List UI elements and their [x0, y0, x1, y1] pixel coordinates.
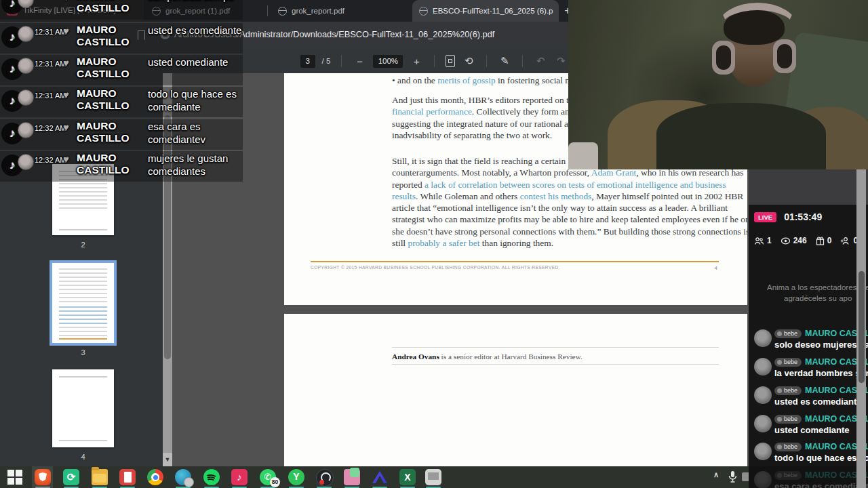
thumbnail-link-lines	[59, 306, 107, 325]
scroll-down-button[interactable]: ▼	[163, 453, 172, 466]
overlay-chat-row: ♪12:31 AM♥MAURO CASTILLOusted es comedia…	[0, 23, 243, 54]
stickers-app-icon[interactable]	[344, 469, 360, 485]
scrollbar-thumb[interactable]	[859, 271, 865, 383]
panel-scrollbar[interactable]	[856, 169, 866, 488]
text-line: article that “emotional intelligence isn…	[392, 202, 747, 214]
live-chat-row[interactable]: bebeMAURO CASTILLOla verdad hombres son …	[749, 357, 868, 382]
live-chat-row[interactable]: bebeMAURO CASTILLOusted comediante	[749, 414, 868, 439]
helper-line: agradéceles su apo	[749, 293, 868, 304]
rotate-icon[interactable]: ⟲	[462, 55, 475, 67]
fan-club-badge: bebe	[774, 329, 802, 338]
tab-label: EBSCO-FullText-11_06_2025 (6).p	[433, 7, 553, 15]
chat-timestamp: 12:31 AM	[35, 92, 66, 100]
hyperlink[interactable]: a lack of correlation between scores on …	[425, 180, 726, 190]
media-app-icon[interactable]	[175, 469, 191, 485]
avatar	[18, 89, 34, 106]
live-chat-row[interactable]: bebeMAURO CASTILLOusted es comediante	[749, 386, 868, 410]
text-line: strategist who can maximize profits may …	[392, 214, 747, 225]
live-chat-row[interactable]: bebeMAURO CASTILLOsolo deseo mujeres nad…	[749, 329, 868, 353]
text-line: suggesting the integrated nature of our …	[392, 118, 597, 129]
video-letterbox	[749, 169, 868, 205]
text-line: she doesn’t have strong personal connect…	[392, 226, 747, 237]
hyperlink[interactable]: merits of gossip	[437, 75, 496, 85]
thumbnail-text-lines	[59, 229, 107, 230]
hyperlink[interactable]: contest his methods	[520, 191, 592, 201]
avatar	[18, 122, 34, 138]
redo-icon[interactable]: ↷	[554, 55, 568, 67]
tab-grok-report[interactable]: grok_report.pdf	[271, 0, 407, 22]
live-stats-row: 1 246 0 0	[754, 236, 858, 245]
live-chat-row[interactable]: bebeMAURO CASTILLOtodo lo que hace es co…	[749, 442, 868, 466]
panel-bottom-fade	[749, 466, 868, 488]
chat-username: MAURO CASTILLO	[77, 87, 139, 112]
whatsapp-unread-badge: 80	[270, 477, 280, 487]
screen: grok_report (1).pdf grok_report.pdf EBSC…	[0, 0, 868, 488]
page-number-input[interactable]: 3	[300, 55, 315, 68]
zoom-level[interactable]: 100%	[373, 55, 403, 68]
stat-follows: 0	[840, 236, 858, 245]
divider	[392, 364, 719, 365]
file-explorer-icon[interactable]	[92, 469, 108, 485]
tray-expand-icon[interactable]: ∧	[713, 470, 719, 479]
text-run: article that “emotional intelligence isn…	[392, 203, 728, 213]
viewers-icon	[754, 237, 764, 245]
text-run: than ignoring them.	[479, 238, 553, 248]
thumbnail-page-4[interactable]	[52, 369, 114, 447]
text-line: financial performance. Collectively they…	[392, 106, 597, 117]
hyperlink[interactable]: financial performance	[392, 106, 472, 117]
tab-separator	[267, 5, 268, 16]
overlay-chat: ♪♥MAURO CASTILLOson perdida tiempo♪12:31…	[0, 0, 244, 203]
notes-app-icon[interactable]	[119, 469, 136, 485]
toolbar-divider	[434, 55, 435, 67]
vpn-app-icon[interactable]	[372, 469, 388, 485]
text-run: counterarguments. Most notably, a Wharto…	[392, 167, 591, 178]
text-line: results. While Goleman and others contes…	[392, 190, 747, 202]
address-url[interactable]: C:/Users/Administrator/Downloads/EBSCO-F…	[203, 29, 494, 39]
chat-helper-text: Anima a los espectadores a e agradéceles…	[749, 282, 868, 304]
chrome-icon[interactable]	[147, 469, 163, 485]
chat-message: usted es comediante	[148, 24, 243, 37]
thumbnail-page-3-selected[interactable]	[52, 263, 114, 343]
obs-studio-icon[interactable]	[316, 469, 334, 487]
draw-icon[interactable]: ✎	[498, 55, 511, 67]
tab-ebsco-pdf-active[interactable]: EBSCO-FullText-11_06_2025 (6).p ×	[412, 0, 559, 22]
start-button-icon[interactable]	[7, 469, 24, 487]
fan-club-badge: bebe	[774, 443, 802, 451]
chat-username: MAURO CASTILLO	[77, 24, 139, 48]
spotify-icon[interactable]	[203, 469, 220, 485]
hyperlink[interactable]: results	[392, 191, 416, 201]
fan-club-badge: bebe	[774, 358, 802, 367]
fit-to-page-icon[interactable]	[446, 55, 455, 67]
text-run: Still, it is sign that the field is reac…	[392, 156, 595, 166]
thumbnail-label: 3	[52, 348, 114, 357]
tikfinity-sync-icon[interactable]: ⟳	[63, 469, 79, 485]
text-run: strategist who can maximize profits may …	[392, 214, 747, 224]
chat-message: son perdida tiempo	[148, 0, 243, 3]
chat-username: MAURO CASTILLO	[77, 152, 139, 176]
brave-browser-icon[interactable]	[35, 469, 51, 485]
tiktok-icon[interactable]: ♪	[231, 469, 248, 485]
overlay-chat-row: ♪♥MAURO CASTILLOson perdida tiempo	[0, 0, 243, 20]
excel-icon[interactable]: X	[399, 469, 416, 485]
undo-icon[interactable]: ↶	[534, 55, 547, 67]
system-app-icon[interactable]	[425, 469, 441, 485]
chat-username: MAURO CASTILLO	[77, 0, 139, 14]
overlay-chat-row: ♪12:31 AM♥MAURO CASTILLOusted comediante	[0, 55, 243, 85]
fan-club-badge: bebe	[774, 386, 802, 395]
chat-message: usted comediante	[774, 425, 850, 435]
text-line: reported a lack of correlation between s…	[392, 179, 747, 190]
heart-badge-icon: ♥	[63, 153, 69, 165]
hyperlink[interactable]: probably a safer bet	[408, 238, 479, 248]
overlay-chat-row: ♪12:32 AM♥MAURO CASTILLOesa cara es come…	[0, 119, 243, 150]
zoom-in-button[interactable]: +	[410, 56, 423, 67]
thumbnail-label: 4	[52, 453, 114, 461]
toolbar-divider	[341, 55, 342, 67]
zoom-out-button[interactable]: −	[353, 56, 366, 67]
microphone-tray-icon[interactable]	[728, 470, 737, 486]
fan-club-badge: bebe	[774, 415, 802, 424]
avatar	[754, 386, 772, 404]
remote-desktop-icon[interactable]: Y	[288, 469, 304, 485]
webcam-video	[568, 0, 868, 169]
author-name: Andrea Ovans	[392, 352, 439, 361]
eye-icon	[781, 237, 791, 245]
